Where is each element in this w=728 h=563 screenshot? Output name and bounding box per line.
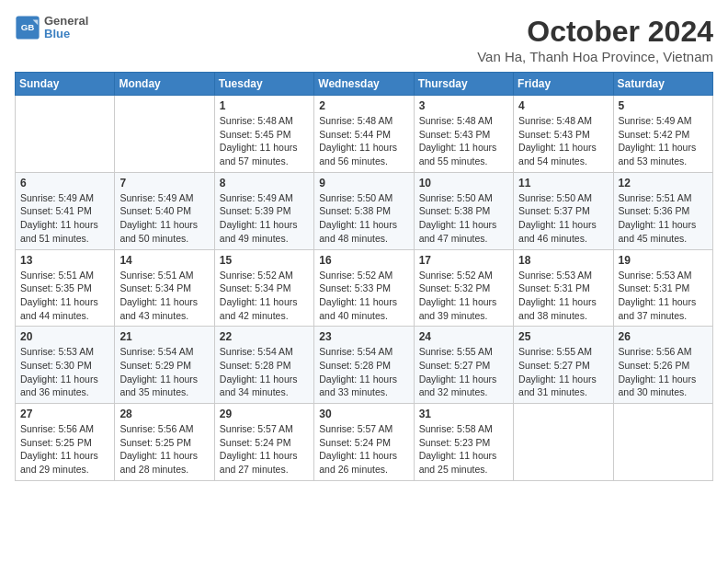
calendar-cell [514,404,613,481]
day-number: 26 [619,330,708,343]
calendar-cell: 14Sunrise: 5:51 AMSunset: 5:34 PMDayligh… [115,249,214,327]
weekday-header: Tuesday [214,73,313,96]
day-detail: Sunrise: 5:54 AMSunset: 5:28 PMDaylight:… [319,345,408,399]
day-number: 25 [518,330,608,343]
day-number: 29 [220,408,309,420]
day-number: 9 [319,177,408,190]
calendar-table: SundayMondayTuesdayWednesdayThursdayFrid… [15,72,713,481]
logo-text: General Blue [44,15,88,41]
day-number: 10 [419,177,508,190]
calendar-cell: 28Sunrise: 5:56 AMSunset: 5:25 PMDayligh… [115,404,214,481]
calendar-cell: 2Sunrise: 5:48 AMSunset: 5:44 PMDaylight… [314,96,414,173]
day-detail: Sunrise: 5:55 AMSunset: 5:27 PMDaylight:… [518,345,608,399]
calendar-cell: 23Sunrise: 5:54 AMSunset: 5:28 PMDayligh… [314,327,414,404]
day-number: 23 [319,330,408,343]
page-header: GB General Blue October 2024 Van Ha, Tha… [15,15,713,64]
day-number: 21 [119,330,209,343]
day-number: 19 [619,254,708,267]
weekday-header: Wednesday [314,73,414,96]
day-number: 27 [20,408,109,420]
calendar-week-row: 13Sunrise: 5:51 AMSunset: 5:35 PMDayligh… [16,249,713,327]
day-number: 11 [518,177,608,190]
day-number: 28 [119,408,209,420]
day-detail: Sunrise: 5:54 AMSunset: 5:29 PMDaylight:… [119,345,209,399]
day-number: 8 [220,177,309,190]
calendar-cell: 19Sunrise: 5:53 AMSunset: 5:31 PMDayligh… [613,249,712,327]
day-number: 30 [319,408,408,420]
day-number: 5 [619,99,708,112]
logo-line2: Blue [44,28,88,40]
weekday-header: Sunday [16,73,115,96]
day-number: 18 [518,254,608,267]
calendar-cell: 26Sunrise: 5:56 AMSunset: 5:26 PMDayligh… [613,327,712,404]
day-detail: Sunrise: 5:48 AMSunset: 5:45 PMDaylight:… [220,114,309,168]
calendar-cell: 16Sunrise: 5:52 AMSunset: 5:33 PMDayligh… [314,249,414,327]
day-number: 3 [419,99,508,112]
calendar-cell: 8Sunrise: 5:49 AMSunset: 5:39 PMDaylight… [214,172,313,249]
day-detail: Sunrise: 5:52 AMSunset: 5:33 PMDaylight:… [319,269,408,323]
day-detail: Sunrise: 5:52 AMSunset: 5:32 PMDaylight:… [419,269,508,323]
day-number: 1 [220,99,309,112]
calendar-cell: 4Sunrise: 5:48 AMSunset: 5:43 PMDaylight… [514,96,613,173]
title-block: October 2024 Van Ha, Thanh Hoa Province,… [477,15,713,64]
day-detail: Sunrise: 5:50 AMSunset: 5:37 PMDaylight:… [518,191,608,246]
day-detail: Sunrise: 5:50 AMSunset: 5:38 PMDaylight:… [419,191,508,246]
day-number: 7 [119,177,209,190]
day-number: 2 [319,99,408,112]
weekday-header: Monday [115,73,214,96]
calendar-cell: 18Sunrise: 5:53 AMSunset: 5:31 PMDayligh… [514,249,613,327]
calendar-subtitle: Van Ha, Thanh Hoa Province, Vietnam [477,49,713,64]
day-detail: Sunrise: 5:49 AMSunset: 5:39 PMDaylight:… [220,191,309,246]
calendar-week-row: 20Sunrise: 5:53 AMSunset: 5:30 PMDayligh… [16,327,713,404]
calendar-title: October 2024 [477,15,713,49]
day-number: 13 [20,254,109,267]
day-detail: Sunrise: 5:53 AMSunset: 5:31 PMDaylight:… [518,269,608,323]
calendar-cell: 27Sunrise: 5:56 AMSunset: 5:25 PMDayligh… [16,404,115,481]
day-detail: Sunrise: 5:53 AMSunset: 5:30 PMDaylight:… [20,345,109,399]
weekday-header: Saturday [613,73,712,96]
day-detail: Sunrise: 5:51 AMSunset: 5:35 PMDaylight:… [20,269,109,323]
calendar-cell [16,96,115,173]
day-number: 22 [220,330,309,343]
calendar-cell: 29Sunrise: 5:57 AMSunset: 5:24 PMDayligh… [214,404,313,481]
day-detail: Sunrise: 5:56 AMSunset: 5:25 PMDaylight:… [20,422,109,477]
day-detail: Sunrise: 5:53 AMSunset: 5:31 PMDaylight:… [619,269,708,323]
svg-text:GB: GB [21,22,35,32]
calendar-cell: 11Sunrise: 5:50 AMSunset: 5:37 PMDayligh… [514,172,613,249]
calendar-cell: 10Sunrise: 5:50 AMSunset: 5:38 PMDayligh… [414,172,513,249]
calendar-cell: 30Sunrise: 5:57 AMSunset: 5:24 PMDayligh… [314,404,414,481]
calendar-cell: 21Sunrise: 5:54 AMSunset: 5:29 PMDayligh… [115,327,214,404]
day-detail: Sunrise: 5:58 AMSunset: 5:23 PMDaylight:… [419,422,508,477]
calendar-cell: 13Sunrise: 5:51 AMSunset: 5:35 PMDayligh… [16,249,115,327]
logo-line1: General [44,15,88,28]
day-detail: Sunrise: 5:57 AMSunset: 5:24 PMDaylight:… [220,422,309,477]
day-detail: Sunrise: 5:49 AMSunset: 5:42 PMDaylight:… [619,114,708,168]
calendar-cell: 25Sunrise: 5:55 AMSunset: 5:27 PMDayligh… [514,327,613,404]
day-number: 20 [20,330,109,343]
calendar-cell [613,404,712,481]
calendar-cell: 3Sunrise: 5:48 AMSunset: 5:43 PMDaylight… [414,96,513,173]
calendar-cell: 24Sunrise: 5:55 AMSunset: 5:27 PMDayligh… [414,327,513,404]
calendar-cell: 20Sunrise: 5:53 AMSunset: 5:30 PMDayligh… [16,327,115,404]
day-detail: Sunrise: 5:56 AMSunset: 5:26 PMDaylight:… [619,345,708,399]
day-detail: Sunrise: 5:49 AMSunset: 5:41 PMDaylight:… [20,191,109,246]
calendar-cell [115,96,214,173]
day-number: 6 [20,177,109,190]
day-detail: Sunrise: 5:57 AMSunset: 5:24 PMDaylight:… [319,422,408,477]
day-detail: Sunrise: 5:48 AMSunset: 5:43 PMDaylight:… [518,114,608,168]
day-number: 14 [119,254,209,267]
calendar-cell: 17Sunrise: 5:52 AMSunset: 5:32 PMDayligh… [414,249,513,327]
calendar-cell: 15Sunrise: 5:52 AMSunset: 5:34 PMDayligh… [214,249,313,327]
day-detail: Sunrise: 5:50 AMSunset: 5:38 PMDaylight:… [319,191,408,246]
day-number: 15 [220,254,309,267]
day-detail: Sunrise: 5:48 AMSunset: 5:44 PMDaylight:… [319,114,408,168]
weekday-header: Thursday [414,73,513,96]
calendar-week-row: 6Sunrise: 5:49 AMSunset: 5:41 PMDaylight… [16,172,713,249]
calendar-cell: 1Sunrise: 5:48 AMSunset: 5:45 PMDaylight… [214,96,313,173]
calendar-cell: 12Sunrise: 5:51 AMSunset: 5:36 PMDayligh… [613,172,712,249]
calendar-cell: 6Sunrise: 5:49 AMSunset: 5:41 PMDaylight… [16,172,115,249]
calendar-cell: 31Sunrise: 5:58 AMSunset: 5:23 PMDayligh… [414,404,513,481]
calendar-week-row: 1Sunrise: 5:48 AMSunset: 5:45 PMDaylight… [16,96,713,173]
day-detail: Sunrise: 5:55 AMSunset: 5:27 PMDaylight:… [419,345,508,399]
day-number: 4 [518,99,608,112]
